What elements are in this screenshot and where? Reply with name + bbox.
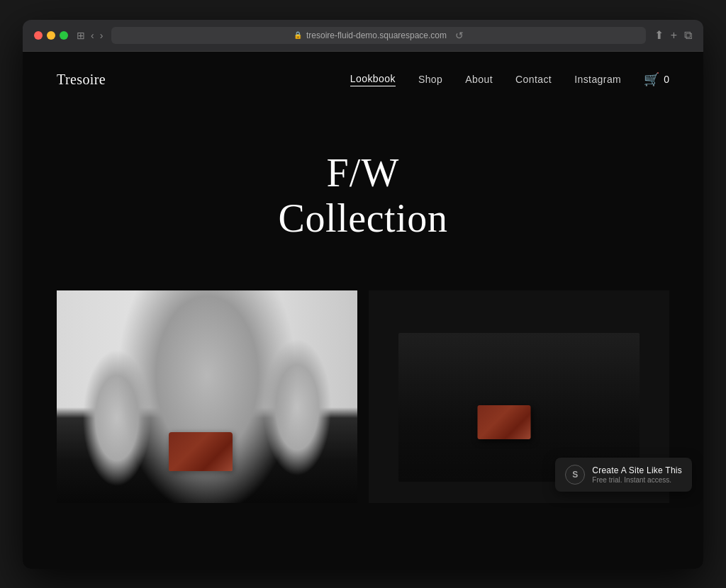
back-button[interactable]: ‹ bbox=[91, 30, 94, 40]
cart-count: 0 bbox=[664, 74, 669, 85]
traffic-lights bbox=[34, 31, 68, 40]
nav-link-contact[interactable]: Contact bbox=[515, 74, 552, 85]
tabs-button[interactable]: ⧉ bbox=[684, 29, 692, 42]
url-text: tresoire-fluid-demo.squarespace.com bbox=[306, 30, 447, 40]
new-tab-button[interactable]: + bbox=[671, 29, 677, 42]
address-bar[interactable]: 🔒 tresoire-fluid-demo.squarespace.com ↺ bbox=[111, 27, 645, 44]
squarespace-badge[interactable]: S Create A Site Like This Free trial. In… bbox=[555, 458, 692, 492]
cart-button[interactable]: 🛒 0 bbox=[644, 72, 669, 87]
squarespace-logo: S bbox=[565, 465, 585, 485]
photo-container: S Create A Site Like This Free trial. In… bbox=[23, 290, 703, 503]
browser-actions: ⬆ + ⧉ bbox=[654, 28, 692, 42]
fashion-photo-gray bbox=[57, 290, 357, 503]
site-nav: Tresoire Lookbook Shop About Contact Ins… bbox=[23, 52, 703, 108]
nav-links: Lookbook Shop About Contact Instagram 🛒 … bbox=[350, 72, 669, 87]
hero-line2: Collection bbox=[23, 196, 703, 241]
hero-title: F/W Collection bbox=[23, 150, 703, 242]
badge-subtitle: Free trial. Instant access. bbox=[592, 476, 682, 484]
cart-icon: 🛒 bbox=[644, 72, 659, 87]
nav-link-instagram[interactable]: Instagram bbox=[574, 74, 621, 85]
close-button[interactable] bbox=[34, 31, 43, 40]
hero-line1: F/W bbox=[23, 150, 703, 196]
browser-controls: ⊞ ‹ › bbox=[77, 30, 103, 40]
browser-chrome: ⊞ ‹ › 🔒 tresoire-fluid-demo.squarespace.… bbox=[23, 20, 703, 52]
minimize-button[interactable] bbox=[47, 31, 55, 40]
badge-title: Create A Site Like This bbox=[592, 465, 682, 475]
lock-icon: 🔒 bbox=[294, 31, 302, 39]
reload-button[interactable]: ↺ bbox=[455, 30, 464, 40]
maximize-button[interactable] bbox=[60, 31, 68, 40]
brand-logo[interactable]: Tresoire bbox=[57, 72, 106, 88]
window-icon[interactable]: ⊞ bbox=[77, 30, 85, 40]
badge-text: Create A Site Like This Free trial. Inst… bbox=[592, 465, 682, 484]
website-content: Tresoire Lookbook Shop About Contact Ins… bbox=[23, 52, 703, 569]
lookbook-image-1[interactable] bbox=[57, 290, 357, 503]
forward-button[interactable]: › bbox=[100, 30, 104, 40]
nav-link-about[interactable]: About bbox=[465, 74, 493, 85]
nav-link-shop[interactable]: Shop bbox=[418, 74, 442, 85]
browser-window: ⊞ ‹ › 🔒 tresoire-fluid-demo.squarespace.… bbox=[23, 20, 703, 569]
nav-link-lookbook[interactable]: Lookbook bbox=[350, 73, 396, 86]
share-button[interactable]: ⬆ bbox=[654, 28, 664, 42]
hero-section: F/W Collection bbox=[23, 108, 703, 291]
